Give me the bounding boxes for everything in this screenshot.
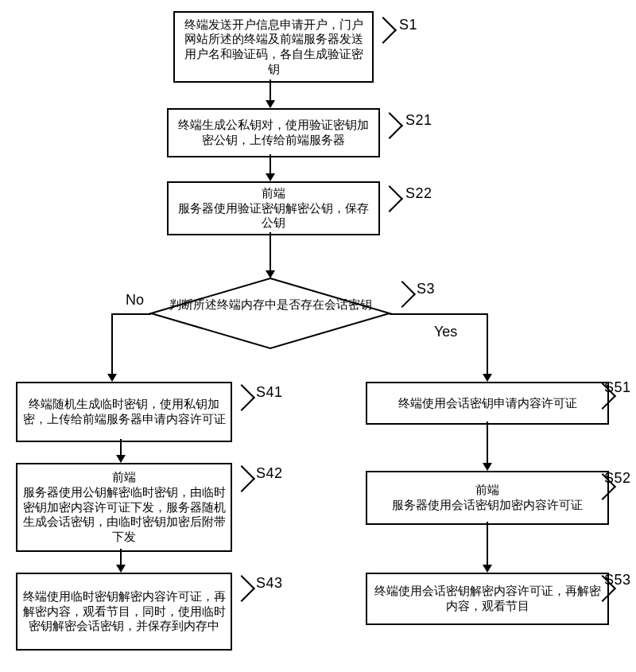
- node-s3-text: 判断所述终端内存中是否存在会话密钥: [167, 297, 374, 313]
- edge-s3-s41-v: [111, 313, 113, 375]
- svg-marker-0: [151, 278, 390, 348]
- label-s51: S51: [604, 379, 631, 397]
- node-s21: 终端生成公私钥对，使用验证密钥加密公钥，上传给前端服务器: [167, 108, 380, 157]
- node-s3: [151, 278, 390, 348]
- leader-s1: [370, 17, 397, 44]
- node-s53-text: 终端使用会话密钥解密内容许可证，再解密内容，观看节目: [372, 584, 603, 614]
- edge-s42-s43: [120, 549, 122, 566]
- edge-s52-s53-head: [483, 565, 492, 573]
- node-s42: 前端 服务器使用公钥解密临时密钥，由临时密钥加密内容许可证下发，服务器随机生成会…: [16, 463, 232, 552]
- leader-s41: [228, 384, 255, 411]
- edge-s3-s51-v: [487, 313, 488, 375]
- node-s42-text: 前端 服务器使用公钥解密临时密钥，由临时密钥加密内容许可证下发，服务器随机生成会…: [22, 470, 226, 545]
- leader-s22: [376, 185, 403, 212]
- edge-s1-s21: [270, 80, 271, 102]
- leader-s43: [228, 575, 255, 602]
- edge-s1-s21-head: [266, 100, 275, 108]
- label-s3: S3: [417, 280, 435, 298]
- node-s41: 终端随机生成临时密钥，使用私钥加密，上传给前端服务器申请内容许可证: [16, 382, 232, 442]
- label-s52: S52: [604, 469, 631, 487]
- node-s51: 终端使用会话密钥申请内容许可证: [366, 382, 609, 425]
- node-s43-text: 终端使用临时密钥解密内容许可证，再解密内容，观看节目，同时，使用临时密钥解密会话…: [22, 589, 226, 634]
- leader-s42: [228, 465, 255, 492]
- edge-s41-s42-head: [116, 455, 126, 463]
- edge-s21-s22-head: [266, 173, 275, 181]
- label-s1: S1: [399, 16, 417, 34]
- label-s41: S41: [256, 383, 283, 402]
- label-s53: S53: [604, 571, 631, 589]
- leader-s21: [376, 112, 403, 139]
- node-s41-text: 终端随机生成临时密钥，使用私钥加密，上传给前端服务器申请内容许可证: [22, 397, 226, 427]
- edge-s22-s3-head: [266, 270, 275, 278]
- node-s22-text: 前端 服务器使用验证密钥解密公钥，保存公钥: [173, 186, 374, 231]
- node-s21-text: 终端生成公私钥对，使用验证密钥加密公钥，上传给前端服务器: [173, 118, 374, 148]
- leader-s3: [389, 281, 416, 308]
- node-s53: 终端使用会话密钥解密内容许可证，再解密内容，观看节目: [366, 573, 609, 625]
- label-s43: S43: [256, 574, 283, 592]
- label-s42: S42: [256, 464, 283, 483]
- edge-s22-s3: [270, 232, 271, 272]
- label-s21: S21: [405, 111, 432, 130]
- node-s1-text: 终端发送开户信息申请开户，门户网站所述的终端及前端服务器发送用户名和验证码，各自…: [180, 17, 367, 77]
- node-s22: 前端 服务器使用验证密钥解密公钥，保存公钥: [167, 181, 380, 235]
- edge-s51-s52: [487, 421, 488, 464]
- label-s22: S22: [405, 185, 432, 203]
- node-s51-text: 终端使用会话密钥申请内容许可证: [372, 396, 603, 411]
- edge-s42-s43-head: [116, 565, 126, 573]
- node-s1: 终端发送开户信息申请开户，门户网站所述的终端及前端服务器发送用户名和验证码，各自…: [173, 11, 374, 83]
- edge-s3-s51-head: [483, 374, 492, 382]
- branch-no-label: No: [126, 291, 144, 309]
- edge-s3-s51-h: [390, 313, 487, 315]
- edge-s52-s53: [487, 522, 488, 566]
- node-s52-text: 前端 服务器使用会话密钥加密内容许可证: [372, 483, 603, 513]
- branch-yes-label: Yes: [434, 323, 457, 341]
- edge-s3-s41-h: [111, 313, 151, 315]
- node-s43: 终端使用临时密钥解密内容许可证，再解密内容，观看节目，同时，使用临时密钥解密会话…: [16, 573, 232, 651]
- edge-s51-s52-head: [483, 463, 492, 471]
- edge-s3-s41-head: [107, 374, 117, 382]
- edge-s41-s42: [120, 439, 122, 456]
- edge-s21-s22: [270, 154, 271, 175]
- node-s52: 前端 服务器使用会话密钥加密内容许可证: [366, 471, 609, 525]
